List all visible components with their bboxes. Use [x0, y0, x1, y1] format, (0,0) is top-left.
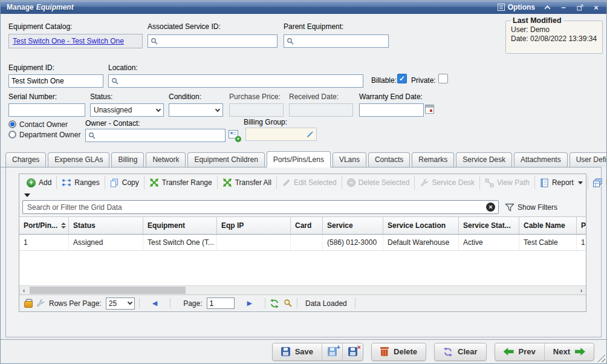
save-icon	[281, 347, 290, 356]
scroll-left-button[interactable]: ‹	[19, 286, 28, 294]
parent-equipment-label: Parent Equipment:	[284, 22, 343, 31]
tab-user-defined-fields[interactable]: User Defined Fields	[570, 152, 607, 167]
rows-per-page-select[interactable]: 25	[106, 297, 135, 310]
warranty-end-date-field[interactable]	[359, 103, 424, 117]
save-and-new-button[interactable]: +	[322, 343, 342, 360]
dropdown-caret-icon	[578, 181, 583, 184]
purchase-price-label: Purchase Price:	[229, 93, 281, 101]
received-date-label: Received Date:	[289, 93, 339, 101]
grid-row[interactable]: 1AssignedTest Switch One (T...(586) 012-…	[19, 235, 586, 251]
save-and-close-button[interactable]: ×	[342, 343, 363, 360]
prev-page-button[interactable]: ◀	[144, 299, 166, 307]
column-header-card[interactable]: Card	[291, 217, 323, 234]
column-header-eqp-ip[interactable]: Eqp IP	[217, 217, 291, 234]
minimize-button[interactable]: −	[559, 3, 568, 11]
location-field[interactable]	[108, 74, 363, 88]
horizontal-scrollbar[interactable]: ‹ ›	[19, 285, 586, 294]
toolbar-transfer-all[interactable]: Transfer All	[217, 176, 276, 189]
next-button[interactable]: Next	[544, 343, 594, 360]
tab-equipment-children[interactable]: Equipment Children	[187, 152, 264, 167]
column-header-service[interactable]: Service	[323, 217, 383, 234]
clear-refresh-icon	[443, 347, 453, 357]
save-button[interactable]: Save	[273, 343, 322, 360]
owner-contact-field[interactable]	[85, 129, 226, 142]
clear-button-group: Clear	[434, 343, 487, 361]
warranty-end-date-input[interactable]	[362, 104, 421, 116]
billable-checkbox[interactable]	[397, 74, 407, 83]
magnifier-icon[interactable]	[284, 299, 293, 308]
scrollbar-track[interactable]	[28, 286, 577, 294]
tab-service-desk[interactable]: Service Desk	[456, 152, 512, 167]
location-input[interactable]	[121, 75, 360, 87]
equipment-id-field[interactable]	[8, 74, 103, 88]
clear-search-icon[interactable]: ×	[486, 203, 495, 212]
parent-equipment-input[interactable]	[296, 35, 386, 47]
owner-type-option-contact-owner[interactable]: Contact Owner	[8, 119, 80, 129]
close-button[interactable]: ×	[592, 3, 600, 11]
serial-number-field[interactable]	[8, 103, 85, 117]
popout-button[interactable]	[576, 3, 584, 11]
tab-remarks[interactable]: Remarks	[412, 152, 454, 167]
private-checkbox[interactable]	[438, 74, 448, 83]
column-header-equipment[interactable]: Equipment	[143, 217, 217, 234]
owner-type-option-department-owner[interactable]: Department Owner	[8, 129, 80, 140]
search-icon	[287, 37, 294, 45]
toolbar-copy[interactable]: Copy	[105, 176, 144, 189]
toolbar-overflow-caret[interactable]	[19, 191, 586, 199]
radio-icon[interactable]	[8, 131, 16, 138]
billing-group-field[interactable]	[245, 128, 317, 141]
column-header-service-location[interactable]: Service Location	[383, 217, 459, 234]
scrollbar-thumb[interactable]	[30, 287, 186, 294]
next-page-button[interactable]: ▶	[239, 299, 261, 307]
tab-billing[interactable]: Billing	[111, 152, 144, 167]
toolbar-report[interactable]: Report	[534, 176, 588, 189]
tab-charges[interactable]: Charges	[5, 152, 46, 167]
column-header-status[interactable]: Status	[69, 217, 143, 234]
scroll-right-button[interactable]: ›	[577, 286, 586, 294]
serial-number-input[interactable]	[11, 104, 82, 116]
tab-contacts[interactable]: Contacts	[368, 152, 410, 167]
toolbar-perspectives[interactable]: Perspectives	[588, 176, 607, 189]
column-header-port-pin[interactable]: Port/Pin...	[19, 217, 69, 234]
minimize-icon: −	[561, 4, 566, 11]
grid-search-input[interactable]	[22, 200, 499, 214]
column-header-service-stat[interactable]: Service Stat...	[459, 217, 519, 234]
parent-equipment-field[interactable]	[284, 34, 389, 48]
radio-icon[interactable]	[8, 120, 16, 128]
condition-select[interactable]	[169, 103, 223, 117]
tab-ports-pins-lens[interactable]: Ports/Pins/Lens	[267, 151, 331, 167]
tab-network[interactable]: Network	[146, 152, 186, 167]
show-filters-button[interactable]: Show Filters	[505, 203, 583, 212]
lock-icon[interactable]	[24, 299, 31, 308]
associated-service-id-input[interactable]	[160, 35, 274, 47]
status-label: Status:	[90, 93, 112, 101]
calendar-icon[interactable]	[425, 105, 434, 114]
tab-vlans[interactable]: VLans	[333, 152, 366, 167]
equipment-catalog-link[interactable]: Test Switch One - Test Switch One	[13, 37, 124, 45]
page-number-input[interactable]	[207, 297, 235, 309]
refresh-icon[interactable]	[270, 299, 279, 308]
owner-contact-input[interactable]	[98, 129, 222, 141]
toolbar-label: Transfer Range	[162, 178, 212, 187]
tab-attachments[interactable]: Attachments	[514, 152, 568, 167]
delete-button[interactable]: Delete	[372, 343, 426, 360]
toolbar-add[interactable]: +Add	[22, 176, 56, 189]
status-select[interactable]: Unassigned	[90, 103, 164, 117]
column-header-cable-name[interactable]: Cable Name	[519, 217, 577, 234]
edit-pencil-icon[interactable]	[307, 131, 314, 138]
column-header-p[interactable]: P	[577, 217, 586, 234]
add-contact-icon[interactable]: +	[229, 130, 241, 141]
window-title: ManageEquipment	[7, 3, 74, 11]
options-button[interactable]: Options	[498, 3, 535, 11]
tab-expense-glas[interactable]: Expense GLAs	[48, 152, 109, 167]
associated-service-id-label: Associated Service ID:	[148, 22, 221, 31]
associated-service-id-field[interactable]	[148, 34, 278, 48]
chevron-down-icon	[215, 106, 220, 111]
prev-button[interactable]: Prev	[495, 343, 544, 360]
wrench-icon[interactable]	[36, 299, 45, 308]
collapse-button[interactable]	[543, 3, 551, 11]
clear-button[interactable]: Clear	[435, 343, 486, 360]
toolbar-transfer-range[interactable]: Transfer Range	[144, 176, 217, 189]
toolbar-ranges[interactable]: Ranges	[56, 176, 104, 189]
equipment-id-input[interactable]	[11, 75, 100, 87]
